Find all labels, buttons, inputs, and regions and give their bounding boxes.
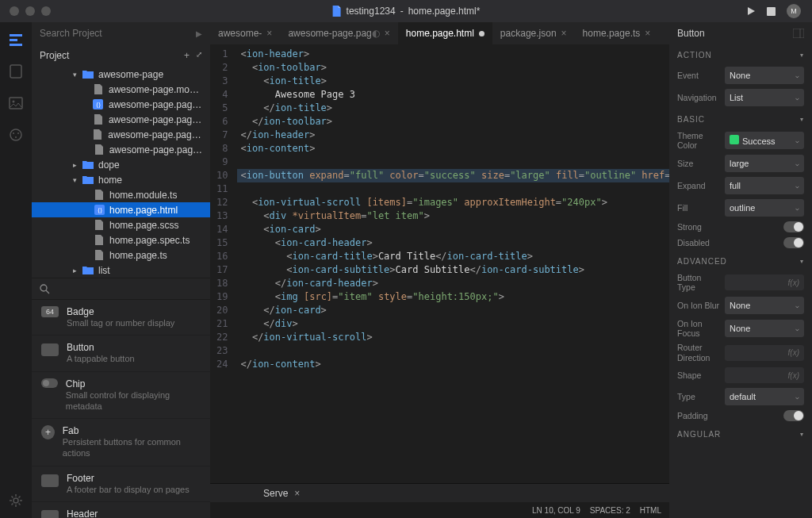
prop-padding: Padding [669,408,812,424]
project-label: Project [40,50,69,61]
component-footer[interactable]: FooterA footer bar to display on pages [32,466,210,502]
tree-item-awesome-page-page-html[interactable]: ⟨⟩awesome-page.page.html [32,97,210,112]
size-select[interactable]: large⌵ [725,155,804,172]
search-input[interactable] [40,28,191,39]
collapse-icon[interactable]: ⤢ [196,50,202,61]
svg-rect-0 [767,7,776,16]
terminal-tab-serve[interactable]: Serve × [254,484,309,502]
titlebar: testing1234 - home.page.html* M [0,0,812,22]
palette-icon[interactable] [8,127,24,143]
tab-awesome-[interactable]: awesome-× [210,22,280,44]
terminal-tabs: Serve × [210,483,669,502]
prop-fill: Fill outline⌵ [669,197,812,219]
indent-setting[interactable]: SPACES: 2 [590,506,630,515]
tab-package-json[interactable]: package.json× [492,22,575,44]
play-icon[interactable] [746,6,756,16]
section-angular[interactable]: ANGULAR▾ [669,424,812,443]
prop-button-type: Button Type f(x) [669,271,812,294]
search-icon [40,284,50,294]
activity-bar [0,22,32,518]
prop-disabled: Disabled [669,235,812,251]
tab-home-page-html[interactable]: home.page.html [398,22,492,44]
tree-item-awesome-page-page-scss[interactable]: awesome-page.page.scss [32,112,210,127]
component-fab[interactable]: +FabPersistent buttons for common action… [32,419,210,466]
focus-select[interactable]: None⌵ [725,320,804,337]
tab-home-page-ts[interactable]: home.page.ts× [575,22,659,44]
theme-color-select[interactable]: Success⌵ [725,132,804,149]
svg-rect-2 [10,39,17,41]
prop-router-direction: Router Direction f(x) [669,340,812,365]
section-action[interactable]: ACTION▾ [669,44,812,64]
padding-toggle[interactable] [783,410,804,421]
layout-icon[interactable] [793,29,804,38]
shape-input[interactable]: f(x) [725,367,804,383]
tree-item-list[interactable]: ▸list [32,263,210,278]
svg-point-11 [13,498,18,503]
language-mode[interactable]: HTML [640,506,661,515]
minimize-window[interactable] [25,6,35,16]
app-icon[interactable] [8,63,24,79]
tree-item-home-module-ts[interactable]: home.module.ts [32,187,210,202]
title-file: home.page.html* [408,6,481,17]
section-advanced[interactable]: ADVANCED▾ [669,251,812,271]
cursor-position[interactable]: LN 10, COL 9 [532,506,580,515]
svg-rect-4 [10,65,21,78]
search-project[interactable]: ▶ [32,22,210,44]
user-avatar[interactable]: M [787,4,801,18]
type-select[interactable]: default⌵ [725,388,804,405]
inspector-panel: Button ACTION▾ Event None⌵ Navigation Li… [669,22,812,518]
tree-item-awesome-page[interactable]: ▾awesome-page [32,67,210,82]
section-basic[interactable]: BASIC▾ [669,109,812,129]
tree-item-home-page-scss[interactable]: home.page.scss [32,217,210,232]
window-title: testing1234 - home.page.html* [332,6,481,17]
stop-icon[interactable] [767,7,776,16]
maximize-window[interactable] [41,6,51,16]
tree-item-home-page-ts[interactable]: home.page.ts [32,247,210,263]
play-small-icon[interactable]: ▶ [196,29,202,38]
fill-select[interactable]: outline⌵ [725,199,804,217]
tree-item-awesome-page-page-ts[interactable]: awesome-page.page.ts [32,142,210,157]
prop-event: Event None⌵ [669,64,812,86]
close-window[interactable] [10,6,19,16]
inspector-title: Button [677,28,705,39]
tree-item-home[interactable]: ▾home [32,172,210,187]
status-bar: LN 10, COL 9 SPACES: 2 HTML [210,502,669,518]
prop-strong: Strong [669,219,812,235]
svg-point-6 [13,101,15,103]
add-icon[interactable]: + [184,50,190,61]
router-input[interactable]: f(x) [725,345,804,361]
component-header[interactable]: HeaderA header bar for navigation and cu… [32,502,210,518]
component-button[interactable]: ButtonA tappable button [32,336,210,371]
svg-text:⟨⟩: ⟨⟩ [97,207,102,214]
svg-point-9 [17,132,19,134]
window-controls [0,6,51,16]
tab-awesome-page-pag[interactable]: awesome-page.pag◐× [280,22,397,44]
editor-tabs: awesome-×awesome-page.pag◐×home.page.htm… [210,22,669,44]
svg-point-8 [13,132,14,134]
svg-rect-5 [10,98,22,109]
tree-item-home-page-html[interactable]: ⟨⟩home.page.html [32,202,210,217]
event-select[interactable]: None⌵ [725,67,804,84]
disabled-toggle[interactable] [783,237,804,248]
blur-select[interactable]: None⌵ [725,297,804,314]
chevron-down-icon: ▾ [800,431,804,438]
component-chip[interactable]: ChipSmall control for displaying metadat… [32,372,210,420]
tree-item-awesome-page-page-spec-ts[interactable]: awesome-page.page.spec.ts [32,127,210,142]
button-type-input[interactable]: f(x) [725,274,804,290]
code-editor[interactable]: 123456789101112131415161718192021222324 … [210,44,669,483]
code-content[interactable]: <ion-header> <ion-toolbar> <ion-title> A… [237,44,669,483]
close-icon[interactable]: × [294,488,300,499]
settings-icon[interactable] [8,493,24,508]
navigation-select[interactable]: List⌵ [725,89,804,106]
project-icon[interactable] [8,32,24,48]
component-badge[interactable]: 64BadgeSmall tag or number display [32,300,210,336]
tree-item-dope[interactable]: ▸dope [32,157,210,172]
image-icon[interactable] [8,95,24,111]
strong-toggle[interactable] [783,221,804,232]
component-search[interactable] [32,278,210,300]
expand-select[interactable]: full⌵ [725,177,804,194]
tree-item-awesome-page-module-ts[interactable]: awesome-page.module.ts [32,82,210,97]
inspector-header: Button [669,22,812,44]
title-project: testing1234 [347,6,396,17]
tree-item-home-page-spec-ts[interactable]: home.page.spec.ts [32,232,210,247]
